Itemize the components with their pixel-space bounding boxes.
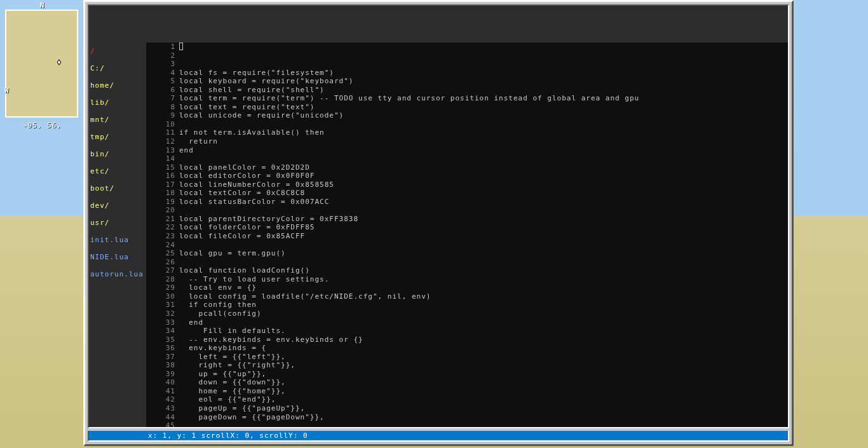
code-line[interactable]: local folderColor = 0xFDFF85 <box>179 223 788 232</box>
sidebar-item-folder[interactable]: usr/ <box>89 214 146 231</box>
line-number: 8 <box>146 103 175 112</box>
sidebar-item-label: / <box>90 47 95 55</box>
code-line[interactable]: local term = require("term") -- TODO use… <box>179 94 788 103</box>
sidebar-item-folder[interactable]: tmp/ <box>89 128 146 146</box>
line-number-gutter: 1234567891011121314151617181920212223242… <box>146 43 179 427</box>
code-line[interactable]: local unicode = require("unicode") <box>179 111 788 120</box>
sidebar-item-folder[interactable]: C:/ <box>89 60 146 77</box>
code-line[interactable]: -- Try to load user settings. <box>179 275 788 284</box>
line-number: 36 <box>146 344 175 353</box>
code-line[interactable]: return <box>179 137 788 146</box>
code-line[interactable]: end <box>179 146 788 155</box>
code-line[interactable]: eol = {{"end"}}, <box>179 395 788 404</box>
code-line[interactable]: down = {{"down"}}, <box>179 378 788 387</box>
code-line[interactable]: local editorColor = 0x0F0F0F <box>179 172 788 180</box>
code-line[interactable]: pageDown = {{"pageDown"}}, <box>179 413 788 422</box>
line-number: 38 <box>146 361 175 370</box>
line-number: 31 <box>146 301 175 309</box>
line-number: 6 <box>146 86 175 95</box>
code-line[interactable] <box>179 206 788 215</box>
line-number: 15 <box>146 163 175 172</box>
line-number: 27 <box>146 266 175 275</box>
sidebar-item-folder[interactable]: etc/ <box>89 163 146 180</box>
code-line[interactable] <box>179 154 788 163</box>
sidebar-item-folder[interactable]: home/ <box>89 77 146 94</box>
line-number: 43 <box>146 404 175 413</box>
line-number: 7 <box>146 94 175 103</box>
code-line[interactable]: env.keybinds = { <box>179 344 788 353</box>
line-number: 26 <box>146 258 175 267</box>
code-line[interactable]: local keyboard = require("keyboard") <box>179 77 788 86</box>
code-editor[interactable]: local fs = require("filesystem")local ke… <box>179 43 788 427</box>
code-line[interactable] <box>179 421 788 427</box>
sidebar-item-folder[interactable]: lib/ <box>89 94 146 111</box>
code-line[interactable]: local panelColor = 0x2D2D2D <box>179 163 788 172</box>
code-line[interactable]: left = {{"left"}}, <box>179 353 788 362</box>
status-bar: x: 1, y: 1 scrollX: 0, scrollY: 0 <box>88 431 789 442</box>
code-line[interactable]: up = {{"up"}}, <box>179 370 788 379</box>
code-line[interactable]: right = {{"right"}}, <box>179 361 788 370</box>
code-line[interactable]: local statusBarColor = 0x007ACC <box>179 198 788 207</box>
code-line[interactable]: -- env.keybinds = env.keybinds or {} <box>179 336 788 344</box>
line-number: 12 <box>146 137 175 146</box>
sidebar-item-folder[interactable]: bin/ <box>89 146 146 163</box>
code-line[interactable]: Fill in defaults. <box>179 327 788 336</box>
line-number: 9 <box>146 111 175 120</box>
minimap-coords: -95, 56, <box>5 121 79 130</box>
code-line[interactable]: local shell = require("shell") <box>179 86 788 95</box>
sidebar-item-folder[interactable]: boot/ <box>89 180 146 197</box>
titlebar[interactable] <box>89 6 788 43</box>
code-line[interactable]: if not term.isAvailable() then <box>179 128 788 137</box>
player-marker-icon <box>57 59 62 65</box>
code-line[interactable]: pageUp = {{"pageUp"}}, <box>179 404 788 413</box>
file-sidebar[interactable]: /C:/home/lib/mnt/tmp/bin/etc/boot/dev/us… <box>89 43 146 427</box>
line-number: 18 <box>146 189 175 198</box>
sidebar-item-label: C:/ <box>90 64 105 72</box>
code-line[interactable]: local text = require("text") <box>179 103 788 112</box>
code-line[interactable]: local gpu = term.gpu() <box>179 249 788 258</box>
code-line[interactable] <box>179 120 788 129</box>
line-number: 34 <box>146 327 175 336</box>
line-number: 1 <box>146 43 175 51</box>
code-line[interactable]: local function loadConfig() <box>179 266 788 275</box>
line-number: 10 <box>146 120 175 129</box>
line-number: 29 <box>146 283 175 292</box>
line-number: 14 <box>146 154 175 163</box>
sidebar-item-file[interactable]: init.lua <box>89 231 146 248</box>
editor-window[interactable]: /C:/home/lib/mnt/tmp/bin/etc/boot/dev/us… <box>83 0 794 446</box>
line-number: 41 <box>146 387 175 396</box>
line-number: 13 <box>146 146 175 155</box>
line-number: 4 <box>146 69 175 78</box>
sidebar-item-file[interactable]: autorun.lua <box>89 266 146 283</box>
line-number: 25 <box>146 249 175 258</box>
line-number: 28 <box>146 275 175 284</box>
code-line[interactable]: end <box>179 318 788 327</box>
code-line[interactable]: local parentDirectoryColor = 0xFF3838 <box>179 215 788 224</box>
sidebar-item-label: init.lua <box>90 236 129 244</box>
code-line[interactable]: local textColor = 0xC8C8C8 <box>179 189 788 198</box>
code-line[interactable]: local config = loadfile("/etc/NIDE.cfg",… <box>179 292 788 301</box>
code-line[interactable]: home = {{"home"}}, <box>179 387 788 396</box>
line-number: 32 <box>146 309 175 318</box>
sidebar-item-label: boot/ <box>90 184 114 193</box>
sidebar-item-label: etc/ <box>90 167 110 175</box>
code-line[interactable]: local fs = require("filesystem") <box>179 69 788 78</box>
code-line[interactable] <box>179 241 788 250</box>
text-cursor-icon <box>179 43 183 50</box>
sidebar-item-folder[interactable]: mnt/ <box>89 111 146 128</box>
sidebar-item-file[interactable]: NIDE.lua <box>89 248 146 266</box>
code-line[interactable]: if config then <box>179 301 788 309</box>
sidebar-item-label: bin/ <box>90 150 110 158</box>
minimap[interactable] <box>5 10 78 118</box>
code-line[interactable]: pcall(config) <box>179 309 788 318</box>
compass-w-label: W <box>4 86 9 95</box>
line-number: 3 <box>146 60 175 69</box>
code-line[interactable] <box>179 258 788 267</box>
sidebar-item-parent[interactable]: / <box>89 43 146 60</box>
code-line[interactable]: local fileColor = 0x85ACFF <box>179 232 788 241</box>
code-line[interactable]: local lineNumberColor = 0x858585 <box>179 180 788 189</box>
sidebar-item-folder[interactable]: dev/ <box>89 197 146 214</box>
editor-body: /C:/home/lib/mnt/tmp/bin/etc/boot/dev/us… <box>89 43 788 427</box>
line-number: 20 <box>146 206 175 215</box>
code-line[interactable]: local env = {} <box>179 283 788 292</box>
